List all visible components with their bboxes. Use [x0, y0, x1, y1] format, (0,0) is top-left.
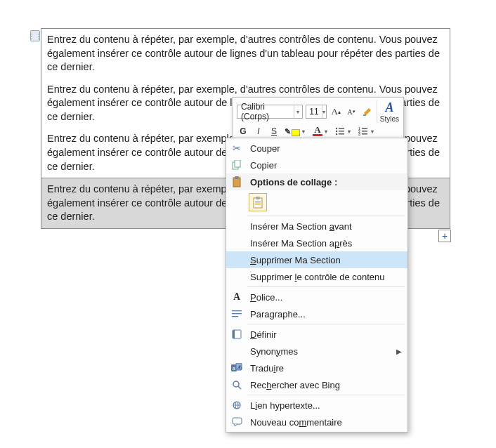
- menu-hyperlink[interactable]: Lien hypertexte...: [226, 397, 407, 414]
- menu-insert-section-after[interactable]: Insérer Ma Section après: [226, 235, 407, 251]
- bullets-icon: [335, 127, 345, 136]
- translate-icon: aあ: [229, 361, 244, 375]
- chevron-down-icon: ▾: [294, 105, 303, 118]
- svg-rect-17: [254, 198, 262, 208]
- svg-line-31: [238, 386, 241, 389]
- chevron-down-icon: ▾: [322, 105, 327, 118]
- highlighter-icon: ✎: [285, 127, 291, 136]
- svg-rect-2: [339, 128, 344, 129]
- search-icon: [229, 378, 244, 392]
- svg-rect-22: [232, 313, 242, 314]
- svg-rect-0: [363, 114, 366, 116]
- shrink-font-button[interactable]: A▾: [345, 105, 358, 119]
- styles-label: Styles: [380, 115, 399, 123]
- svg-rect-14: [235, 160, 240, 167]
- menu-separator: [247, 324, 405, 324]
- font-color-button[interactable]: A ▾: [311, 124, 331, 138]
- menu-delete-section[interactable]: Supprimer Ma Section: [226, 251, 407, 268]
- svg-rect-20: [255, 204, 261, 204]
- svg-point-30: [233, 381, 239, 387]
- svg-rect-35: [233, 418, 242, 424]
- repeating-section[interactable]: Entrez du contenu à répéter, par exemple…: [41, 29, 450, 79]
- svg-rect-21: [232, 310, 242, 311]
- font-size-select[interactable]: 11 ▾: [306, 105, 327, 119]
- menu-translate[interactable]: aあ Traduire: [226, 360, 407, 376]
- svg-text:あ: あ: [237, 364, 242, 370]
- menu-synonyms[interactable]: Synonymes ▶: [226, 343, 407, 360]
- font-icon: A: [229, 290, 244, 304]
- numbering-button[interactable]: 123 ▾: [357, 124, 377, 138]
- svg-rect-23: [232, 316, 238, 317]
- font-name-value: Calibri (Corps): [237, 102, 294, 121]
- chevron-down-icon: ▾: [322, 125, 329, 138]
- styles-icon: A: [385, 100, 393, 115]
- menu-insert-section-before[interactable]: Insérer Ma Section avant: [226, 218, 407, 235]
- paragraph-icon: [229, 307, 244, 321]
- svg-rect-4: [339, 131, 344, 132]
- paste-options-row: [226, 190, 407, 214]
- bullets-button[interactable]: ▾: [334, 124, 354, 138]
- svg-point-5: [336, 133, 337, 135]
- scissors-icon: ✂: [229, 141, 244, 155]
- menu-separator: [247, 395, 405, 395]
- svg-text:a: a: [233, 366, 235, 371]
- menu-delete-content-control[interactable]: Supprimer le contrôle de contenu: [226, 268, 407, 285]
- menu-new-comment[interactable]: Nouveau commentaire: [226, 414, 407, 430]
- svg-rect-6: [339, 133, 344, 135]
- svg-rect-16: [235, 176, 239, 179]
- svg-rect-18: [256, 197, 260, 199]
- clipboard-icon: [252, 196, 263, 209]
- chevron-down-icon: ▾: [369, 125, 376, 138]
- underline-button[interactable]: S: [268, 124, 280, 138]
- chevron-down-icon: ▾: [300, 125, 307, 138]
- italic-button[interactable]: I: [252, 124, 265, 138]
- font-name-select[interactable]: Calibri (Corps) ▾: [237, 105, 303, 119]
- menu-separator: [247, 286, 405, 287]
- copy-icon: [229, 158, 244, 172]
- add-section-button[interactable]: +: [438, 230, 451, 242]
- font-color-swatch: [313, 134, 322, 136]
- highlight-swatch: [292, 129, 300, 136]
- section-handle[interactable]: ⋮⋮: [30, 30, 40, 41]
- format-painter-button[interactable]: [360, 105, 374, 119]
- menu-separator: [247, 216, 405, 216]
- menu-paragraph[interactable]: Paragraphe...: [226, 305, 407, 322]
- svg-rect-10: [362, 131, 367, 132]
- svg-text:3: 3: [358, 132, 360, 136]
- clipboard-icon: [229, 175, 244, 189]
- link-icon: [229, 398, 244, 412]
- context-menu: ✂ Couper Copier Options de collage : Ins…: [226, 138, 408, 433]
- menu-cut[interactable]: ✂ Couper: [226, 140, 407, 157]
- menu-search-bing[interactable]: Rechercher avec Bing: [226, 376, 407, 393]
- svg-rect-19: [255, 202, 261, 202]
- menu-paste-options-header: Options de collage :: [226, 173, 407, 190]
- grow-font-button[interactable]: A▴: [329, 105, 342, 119]
- font-size-value: 11: [306, 107, 321, 117]
- brush-icon: [362, 106, 372, 117]
- menu-font[interactable]: A Police...: [226, 289, 407, 305]
- svg-point-3: [336, 131, 337, 132]
- chevron-right-icon: ▶: [396, 348, 402, 355]
- svg-rect-25: [233, 330, 235, 338]
- numbering-icon: 123: [358, 127, 368, 136]
- svg-point-1: [336, 128, 337, 129]
- bold-button[interactable]: G: [237, 124, 249, 138]
- menu-copy[interactable]: Copier: [226, 157, 407, 173]
- book-icon: [229, 327, 244, 341]
- paste-option-keep-source[interactable]: [249, 193, 267, 211]
- menu-define[interactable]: Définir: [226, 326, 407, 343]
- styles-button[interactable]: A Styles: [377, 100, 399, 123]
- svg-rect-8: [362, 128, 367, 129]
- highlight-button[interactable]: ✎ ▾: [283, 124, 308, 138]
- chevron-down-icon: ▾: [346, 125, 353, 138]
- svg-rect-12: [362, 133, 367, 135]
- font-color-letter: A: [314, 126, 320, 133]
- mini-toolbar: Calibri (Corps) ▾ 11 ▾ A▴ A▾ A Styles G …: [232, 97, 404, 142]
- comment-icon: [229, 415, 244, 429]
